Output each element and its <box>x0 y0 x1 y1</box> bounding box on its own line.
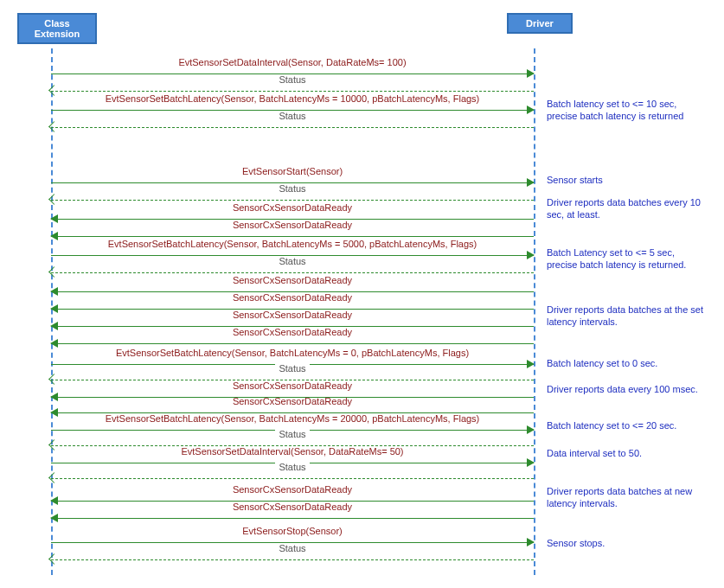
actor-class-extension: Class Extension <box>17 13 97 44</box>
note-batch-latency-5s: Batch Latency set to <= 5 sec, precise b… <box>547 247 708 272</box>
msg-label: SensorCxSensorDataReady <box>233 275 352 285</box>
note-data-interval-50: Data interval set to 50. <box>547 448 708 460</box>
note-batch-latency-0s: Batch latency set to 0 sec. <box>547 358 708 370</box>
msg-label: SensorCxSensorDataReady <box>233 484 352 495</box>
msg-label: SensorCxSensorDataReady <box>233 220 352 230</box>
note-batch-latency-10s: Batch latency set to <= 10 sec, precise … <box>547 99 708 123</box>
msg-label: EvtSensorSetBatchLatency(Sensor, BatchLa… <box>106 413 480 424</box>
note-reports-100ms: Driver reports data every 100 msec. <box>547 384 708 396</box>
msg-label: EvtSensorSetDataInterval(Sensor, DataRat… <box>181 446 403 457</box>
msg-label: EvtSensorSetBatchLatency(Sensor, BatchLa… <box>108 239 477 249</box>
note-reports-new-latency: Driver reports data batches at new laten… <box>547 486 708 510</box>
msg-status-2: Status <box>51 121 534 133</box>
msg-label: Status <box>275 543 309 553</box>
msg-label: SensorCxSensorDataReady <box>233 327 352 337</box>
msg-status-7: Status <box>51 472 534 484</box>
note-batch-latency-20s: Batch latency set to <= 20 sec. <box>547 420 708 432</box>
msg-label: SensorCxSensorDataReady <box>233 202 352 213</box>
lifeline-driver <box>534 48 535 575</box>
note-sensor-starts: Sensor starts <box>547 175 708 187</box>
msg-label: SensorCxSensorDataReady <box>233 380 352 391</box>
msg-label: EvtSensorStart(Sensor) <box>242 166 343 176</box>
note-sensor-stops: Sensor stops. <box>547 538 708 550</box>
msg-label: Status <box>275 429 309 439</box>
note-reports-10s: Driver reports data batches every 10 sec… <box>547 197 708 221</box>
msg-label: EvtSensorStop(Sensor) <box>242 526 343 536</box>
msg-status-8: Status <box>51 553 534 566</box>
msg-label: Status <box>275 74 309 85</box>
msg-label: Status <box>275 256 309 266</box>
msg-label: SensorCxSensorDataReady <box>233 292 352 303</box>
note-reports-set-latency: Driver reports data batches at the set l… <box>547 304 708 329</box>
msg-label: SensorCxSensorDataReady <box>233 502 352 512</box>
msg-label: SensorCxSensorDataReady <box>233 310 352 320</box>
msg-label: Status <box>275 462 309 472</box>
msg-label: EvtSensorSetBatchLatency(Sensor, BatchLa… <box>106 93 480 104</box>
msg-label: Status <box>275 363 309 374</box>
msg-label: Status <box>275 111 309 121</box>
msg-label: SensorCxSensorDataReady <box>233 396 352 406</box>
msg-label: Status <box>275 183 309 194</box>
actor-driver: Driver <box>507 13 573 34</box>
msg-label: EvtSensorSetBatchLatency(Sensor, BatchLa… <box>116 348 469 358</box>
msg-data-ready-10: SensorCxSensorDataReady <box>51 512 534 524</box>
sequence-diagram: Class Extension Driver EvtSensorSetDataI… <box>0 0 724 588</box>
msg-label: EvtSensorSetDataInterval(Sensor, DataRat… <box>178 57 406 67</box>
